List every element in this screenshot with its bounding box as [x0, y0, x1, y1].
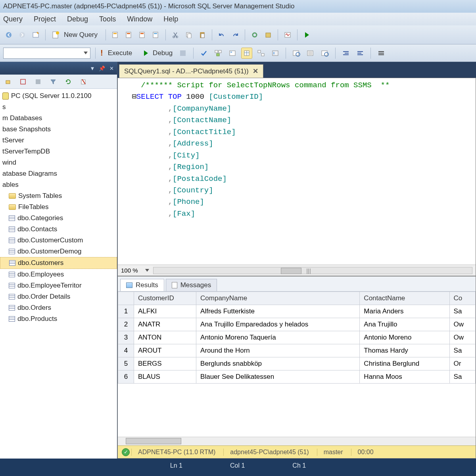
- tree-label: dbo.Employees: [17, 271, 64, 278]
- table-node[interactable]: dbo.CustomerDemog: [0, 246, 117, 257]
- results-tabs: Results Messages: [118, 276, 476, 292]
- tool-icon-b[interactable]: [305, 48, 316, 59]
- plan-icon-1[interactable]: [213, 48, 224, 59]
- results-tab[interactable]: Results: [120, 279, 164, 291]
- panel-dropdown-icon[interactable]: ▼: [88, 64, 96, 72]
- comment-icon[interactable]: [376, 48, 387, 59]
- debug-button[interactable]: Debug: [151, 49, 174, 57]
- panel-pin-icon[interactable]: 📌: [98, 64, 106, 72]
- success-icon: ✓: [122, 448, 130, 456]
- svg-rect-26: [230, 51, 235, 56]
- table-node[interactable]: dbo.Categories: [0, 213, 117, 224]
- new-project-icon[interactable]: [30, 29, 41, 40]
- results-grid[interactable]: CustomerIDCompanyNameContactNameCo1ALFKI…: [118, 292, 476, 437]
- indent-icon[interactable]: [340, 48, 351, 59]
- gear-icon[interactable]: [249, 29, 260, 40]
- separator: [45, 29, 46, 40]
- tree-node[interactable]: atabase Diagrams: [0, 168, 117, 179]
- tree-label: dbo.CustomerDemog: [17, 248, 82, 255]
- tree[interactable]: PC (SQL Server 11.0.2100 s m Databases b…: [0, 89, 117, 459]
- table-node[interactable]: dbo.CustomerCustom: [0, 235, 117, 246]
- table-node[interactable]: dbo.Products: [0, 313, 117, 324]
- tree-node[interactable]: s: [0, 102, 117, 113]
- paste-icon[interactable]: [197, 29, 208, 40]
- table-node-selected[interactable]: dbo.Customers: [0, 257, 117, 269]
- tree-node[interactable]: tServerTempDB: [0, 146, 117, 157]
- tree-node[interactable]: tServer: [0, 135, 117, 146]
- table-node[interactable]: dbo.Orders: [0, 302, 117, 313]
- svg-rect-12: [154, 33, 157, 34]
- menu-project[interactable]: Project: [32, 13, 64, 25]
- activity-icon[interactable]: [282, 29, 293, 40]
- separator: [286, 48, 286, 59]
- menu-tools[interactable]: Tools: [98, 13, 124, 25]
- filter-icon[interactable]: [48, 76, 59, 87]
- status-ch: Ch 1: [292, 462, 306, 469]
- nav-fwd-icon[interactable]: [17, 29, 28, 40]
- parse-icon[interactable]: [198, 48, 209, 59]
- zoom-level[interactable]: 100 %: [121, 267, 141, 274]
- tree-node[interactable]: m Databases: [0, 113, 117, 124]
- script-icon-2[interactable]: [123, 29, 134, 40]
- cut-icon[interactable]: [170, 29, 181, 40]
- menu-help[interactable]: Help: [162, 13, 186, 25]
- outdent-icon[interactable]: [355, 48, 366, 59]
- query-statusbar: ✓ ADPNET45-PC (11.0 RTM) adpnet45-PC\adp…: [118, 445, 476, 458]
- copy-icon[interactable]: [183, 29, 194, 40]
- tab-close-icon[interactable]: ✕: [253, 67, 258, 75]
- code-area[interactable]: /****** Script for SelectTopNRows comman…: [118, 78, 476, 265]
- results-hscroll[interactable]: [118, 437, 476, 445]
- table-node[interactable]: dbo.Order Details: [0, 291, 117, 302]
- tool-icon-a[interactable]: [291, 48, 302, 59]
- table-node[interactable]: dbo.Employees: [0, 269, 117, 280]
- menu-window[interactable]: Window: [125, 13, 160, 25]
- execute-button[interactable]: Execute: [106, 49, 134, 57]
- refresh-icon[interactable]: [63, 76, 74, 87]
- delete-icon[interactable]: [78, 76, 89, 87]
- menu-debug[interactable]: Debug: [65, 13, 96, 25]
- script-icon-1[interactable]: [110, 29, 121, 40]
- document-tab[interactable]: SQLQuery1.sql - AD...-PC\adpnet45 (51)) …: [119, 64, 263, 78]
- include-plan-icon[interactable]: [270, 48, 281, 59]
- panel-close-icon[interactable]: ✕: [107, 64, 115, 72]
- table-node[interactable]: dbo.Contacts: [0, 224, 117, 235]
- redo-icon[interactable]: [230, 29, 241, 40]
- sql-editor[interactable]: /****** Script for SelectTopNRows comman…: [117, 78, 476, 276]
- connect-icon[interactable]: [2, 76, 13, 87]
- database-select[interactable]: [3, 48, 90, 59]
- new-query-button[interactable]: New Query: [50, 30, 102, 40]
- tree-node[interactable]: FileTables: [0, 202, 117, 213]
- svg-rect-10: [140, 33, 144, 34]
- tree-label: dbo.Order Details: [17, 293, 70, 301]
- tree-node[interactable]: base Snapshots: [0, 124, 117, 135]
- tree-label: dbo.CustomerCustom: [17, 236, 83, 244]
- stop-icon[interactable]: [177, 48, 188, 59]
- nav-back-icon[interactable]: [3, 29, 14, 40]
- table-icon: [9, 226, 15, 232]
- stop-filter-icon[interactable]: [33, 76, 44, 87]
- svg-rect-32: [273, 52, 274, 54]
- solution-icon[interactable]: [263, 29, 274, 40]
- script-icon-4[interactable]: [150, 29, 161, 40]
- run-icon[interactable]: [301, 29, 313, 40]
- zoom-dropdown-icon[interactable]: [145, 269, 149, 272]
- messages-tab[interactable]: Messages: [166, 279, 217, 291]
- results-grid-icon[interactable]: [241, 48, 252, 59]
- undo-icon[interactable]: [216, 29, 227, 40]
- plan-icon-2[interactable]: [227, 48, 238, 59]
- server-node[interactable]: PC (SQL Server 11.0.2100: [0, 90, 117, 102]
- menu-query[interactable]: Query: [2, 13, 31, 25]
- title-bar: ADPNET45-PC.master (adpnet45-PC\adpnet45…: [0, 0, 476, 13]
- script-icon-3[interactable]: [137, 29, 148, 40]
- editor-hscroll[interactable]: |||: [153, 267, 472, 274]
- table-node[interactable]: dbo.EmployeeTerritor: [0, 280, 117, 291]
- tree-node[interactable]: System Tables: [0, 190, 117, 202]
- explorer-toolbar: [0, 75, 117, 89]
- disconnect-icon[interactable]: [17, 76, 29, 87]
- tree-node[interactable]: wind: [0, 157, 117, 168]
- plan-icon-3[interactable]: [255, 48, 267, 59]
- tree-node[interactable]: ables: [0, 179, 117, 190]
- main-area: ▼ 📌 ✕ PC (SQL Server 11.0.2100 s m Datab…: [0, 62, 476, 459]
- tool-icon-c[interactable]: [319, 48, 330, 59]
- svg-point-0: [6, 32, 12, 38]
